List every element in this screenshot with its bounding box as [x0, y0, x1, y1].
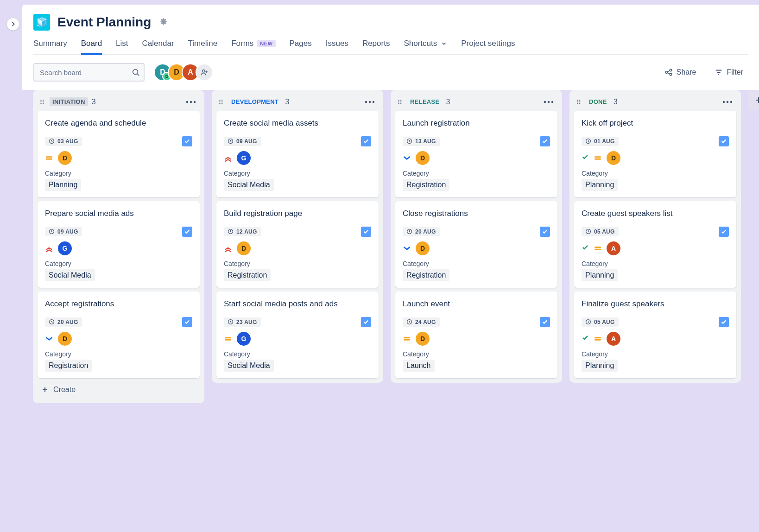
column-name[interactable]: INITIATION: [50, 97, 88, 106]
card[interactable]: Launch registration13 AUGDCategoryRegist…: [395, 111, 557, 197]
customize-icon[interactable]: [158, 17, 169, 28]
svg-point-18: [219, 101, 220, 102]
svg-point-43: [577, 103, 578, 104]
tab-list[interactable]: List: [116, 39, 128, 54]
assignee-avatar[interactable]: D: [237, 241, 251, 255]
column-release: RELEASE3Launch registration13 AUGDCatego…: [391, 90, 562, 383]
assignee-avatars[interactable]: DDA: [154, 63, 213, 81]
assignee-avatar[interactable]: D: [58, 332, 72, 346]
tab-label: Calendar: [142, 39, 174, 48]
priority-low-icon: [403, 154, 411, 162]
svg-point-48: [727, 101, 728, 102]
tab-forms[interactable]: FormsNEW: [231, 39, 275, 54]
tab-label: Issues: [326, 39, 348, 48]
task-type-icon: [719, 227, 729, 237]
svg-point-46: [579, 103, 580, 104]
svg-point-29: [398, 100, 399, 101]
tab-reports[interactable]: Reports: [362, 39, 390, 54]
card-title: Kick off project: [582, 118, 729, 129]
column-count: 3: [92, 98, 96, 106]
tab-issues[interactable]: Issues: [326, 39, 348, 54]
assignee-avatar[interactable]: G: [237, 332, 251, 346]
plus-icon: [41, 386, 49, 393]
share-button[interactable]: Share: [660, 65, 701, 79]
tab-board[interactable]: Board: [81, 39, 102, 54]
filter-label: Filter: [727, 68, 743, 76]
card[interactable]: Create social media assets09 AUGGCategor…: [216, 111, 379, 197]
task-type-icon: [540, 317, 550, 327]
tab-label: List: [116, 39, 128, 48]
card[interactable]: Finalize guest speakers05 AUGACategoryPl…: [574, 291, 736, 378]
tab-pages[interactable]: Pages: [290, 39, 312, 54]
card[interactable]: Create guest speakers list05 AUGACategor…: [574, 201, 736, 288]
tab-label: Reports: [362, 39, 390, 48]
column-menu-icon[interactable]: [363, 99, 377, 105]
tab-project-settings[interactable]: Project settings: [461, 39, 515, 54]
search-input[interactable]: [33, 63, 145, 82]
card[interactable]: Close registrations20 AUGDCategoryRegist…: [395, 201, 557, 288]
assignee-avatar[interactable]: A: [607, 332, 620, 346]
clock-icon: [406, 319, 412, 325]
assignee-avatar[interactable]: G: [58, 241, 72, 255]
drag-handle-icon[interactable]: [39, 99, 46, 105]
tab-label: Summary: [33, 39, 67, 48]
assignee-avatar[interactable]: D: [58, 151, 72, 165]
tab-shortcuts[interactable]: Shortcuts: [404, 39, 447, 54]
tab-summary[interactable]: Summary: [33, 39, 67, 54]
column-development: DEVELOPMENT3Create social media assets09…: [212, 90, 383, 383]
column-done: DONE3Kick off project01 AUGDCategoryPlan…: [569, 90, 741, 383]
card[interactable]: Prepare social media ads09 AUGGCategoryS…: [38, 201, 200, 288]
assignee-avatar[interactable]: D: [416, 151, 430, 165]
due-date-text: 05 AUG: [594, 228, 615, 235]
priority-highest-icon: [45, 244, 53, 253]
svg-point-23: [365, 101, 367, 102]
column-name[interactable]: DEVELOPMENT: [228, 97, 281, 106]
column-menu-icon[interactable]: [184, 99, 198, 105]
priority-highest-icon: [224, 244, 232, 253]
assignee-avatar[interactable]: D: [607, 151, 620, 165]
tab-calendar[interactable]: Calendar: [142, 39, 174, 54]
tabs: SummaryBoardListCalendarTimelineFormsNEW…: [33, 39, 748, 55]
add-column-button[interactable]: [748, 90, 759, 110]
due-date-chip: 09 AUG: [224, 137, 261, 146]
card[interactable]: Launch event24 AUGDCategoryLaunch: [395, 291, 557, 378]
column-name[interactable]: RELEASE: [407, 97, 443, 106]
task-type-icon: [182, 227, 192, 237]
category-chip: Planning: [582, 269, 618, 281]
card[interactable]: Start social media posts and ads23 AUGGC…: [216, 291, 379, 378]
assignee-avatar[interactable]: D: [416, 332, 430, 346]
create-card-button[interactable]: Create: [38, 381, 200, 399]
drag-handle-icon[interactable]: [218, 99, 225, 105]
due-date-text: 12 AUG: [236, 228, 257, 235]
card[interactable]: Build registration page12 AUGDCategoryRe…: [216, 201, 379, 288]
card[interactable]: Kick off project01 AUGDCategoryPlanning: [574, 111, 736, 197]
category-label: Category: [403, 350, 550, 358]
due-date-chip: 23 AUG: [224, 317, 261, 327]
assignee-avatar[interactable]: D: [416, 241, 430, 255]
card[interactable]: Accept registrations20 AUGDCategoryRegis…: [38, 291, 200, 378]
add-people-button[interactable]: [196, 63, 213, 81]
category-label: Category: [224, 260, 371, 267]
done-check-icon: [582, 334, 589, 343]
category-chip: Social Media: [45, 269, 95, 281]
done-check-icon: [582, 244, 589, 253]
card[interactable]: Create agenda and schedule03 AUGDCategor…: [38, 111, 200, 197]
tab-badge: NEW: [257, 40, 275, 47]
drag-handle-icon[interactable]: [397, 99, 404, 105]
filter-button[interactable]: Filter: [710, 65, 748, 79]
assignee-avatar[interactable]: A: [607, 241, 620, 255]
column-menu-icon[interactable]: [721, 99, 734, 105]
tab-label: Pages: [290, 39, 312, 48]
expand-sidebar-button[interactable]: [6, 18, 19, 31]
category-label: Category: [224, 170, 371, 177]
svg-point-19: [219, 103, 220, 104]
assignee-avatar[interactable]: G: [237, 151, 251, 165]
clock-icon: [49, 228, 55, 234]
task-type-icon: [182, 136, 192, 146]
column-name[interactable]: DONE: [586, 97, 610, 106]
column-menu-icon[interactable]: [542, 99, 556, 105]
drag-handle-icon[interactable]: [576, 99, 582, 105]
svg-point-7: [40, 103, 41, 104]
svg-point-24: [369, 101, 371, 102]
tab-timeline[interactable]: Timeline: [188, 39, 218, 54]
